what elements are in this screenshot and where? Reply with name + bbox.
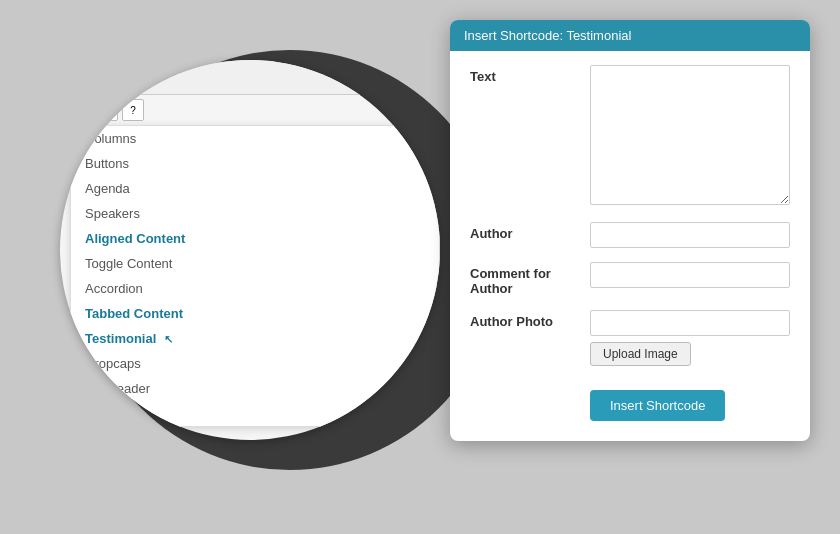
toolbar-icon-add[interactable]: +: [122, 66, 144, 88]
form-row-author-photo: Author Photo Upload Image: [470, 310, 790, 366]
insert-button-row: Insert Shortcode: [470, 380, 790, 421]
shortcode-panel: Insert Shortcode: Testimonial Text Autho…: [450, 20, 810, 441]
toolbar-icon-undo[interactable]: ↺: [70, 99, 92, 121]
menu-item-speakers[interactable]: Speakers: [71, 201, 439, 226]
white-popup-circle: ⊞ ⊟ + ↺ ↻ ? Columns Buttons Agenda Speak…: [60, 60, 440, 440]
menu-item-testimonial[interactable]: Testimonial ↖: [71, 326, 439, 351]
shortcode-panel-title: Insert Shortcode: Testimonial: [464, 28, 631, 43]
insert-shortcode-button[interactable]: Insert Shortcode: [590, 390, 725, 421]
toolbar-icon-list[interactable]: ⊟: [96, 66, 118, 88]
menu-item-toggle-content[interactable]: Toggle Content: [71, 251, 439, 276]
comment-input[interactable]: [590, 262, 790, 288]
label-comment: Comment for Author: [470, 262, 590, 296]
menu-item-agenda[interactable]: Agenda: [71, 176, 439, 201]
author-input[interactable]: [590, 222, 790, 248]
menu-item-dropcaps[interactable]: Dropcaps: [71, 351, 439, 376]
form-row-comment: Comment for Author: [470, 262, 790, 296]
toolbar-icon-grid[interactable]: ⊞: [70, 66, 92, 88]
menu-item-tabbed-content[interactable]: Tabbed Content: [71, 301, 439, 326]
cursor-icon: ↖: [164, 333, 173, 345]
label-author: Author: [470, 222, 590, 241]
author-photo-input[interactable]: [590, 310, 790, 336]
shortcode-panel-body: Text Author Comment for Author Author Ph…: [450, 51, 810, 441]
shortcode-dropdown-menu: Columns Buttons Agenda Speakers Aligned …: [70, 125, 440, 427]
menu-item-columns[interactable]: Columns: [71, 126, 439, 151]
menu-item-aligned-content[interactable]: Aligned Content: [71, 226, 439, 251]
form-row-author: Author: [470, 222, 790, 248]
text-textarea[interactable]: [590, 65, 790, 205]
toolbar-icon-redo[interactable]: ↻: [96, 99, 118, 121]
shortcode-panel-header: Insert Shortcode: Testimonial: [450, 20, 810, 51]
field-author: [590, 222, 790, 248]
form-row-text: Text: [470, 65, 790, 208]
label-text: Text: [470, 65, 590, 84]
field-comment: [590, 262, 790, 288]
menu-item-buttons[interactable]: Buttons: [71, 151, 439, 176]
field-author-photo: Upload Image: [590, 310, 790, 366]
field-text: [590, 65, 790, 208]
label-author-photo: Author Photo: [470, 310, 590, 329]
toolbar-icon-help[interactable]: ?: [122, 99, 144, 121]
menu-item-accordion[interactable]: Accordion: [71, 276, 439, 301]
upload-image-button[interactable]: Upload Image: [590, 342, 691, 366]
